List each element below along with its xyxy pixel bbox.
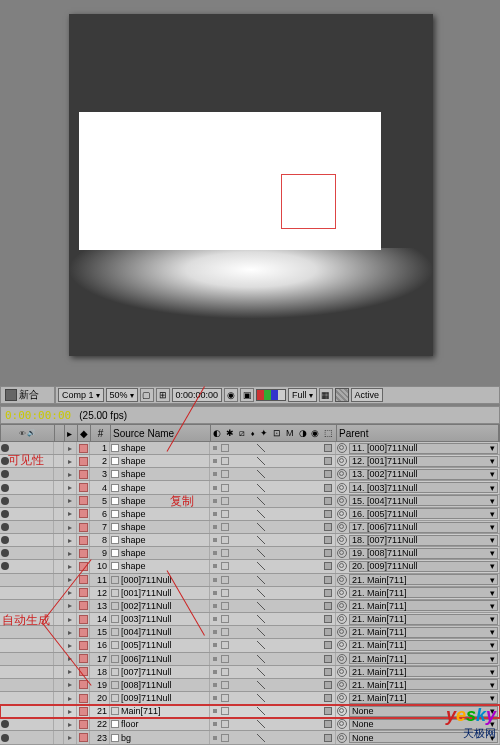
switches-cell[interactable] [210,666,336,678]
layer-name-cell[interactable]: shape [110,495,210,507]
switches-cell[interactable] [210,508,336,520]
collapse-switch[interactable] [221,602,229,610]
label-cell[interactable] [77,547,90,559]
label-cell[interactable] [77,481,90,493]
pickwhip-icon[interactable] [337,548,347,558]
parent-cell[interactable]: 14. [003]711Null▾ [336,481,500,493]
quality-switch[interactable] [257,668,265,676]
collapse-switch[interactable] [221,497,229,505]
label-cell[interactable] [77,442,90,454]
parent-cell[interactable]: 13. [002]711Null▾ [336,468,500,480]
label-cell[interactable] [77,508,90,520]
twirl-cell[interactable]: ▸ [64,508,77,520]
label-cell[interactable] [77,521,90,533]
switches-cell[interactable] [210,692,336,704]
parent-cell[interactable]: 17. [006]711Null▾ [336,521,500,533]
eye-icon[interactable] [1,484,9,492]
collapse-switch[interactable] [221,484,229,492]
pickwhip-icon[interactable] [337,483,347,493]
3d-switch[interactable] [324,523,332,531]
3d-switch[interactable] [324,602,332,610]
3d-switch[interactable] [324,681,332,689]
eye-icon[interactable] [1,510,9,518]
3d-switch[interactable] [324,497,332,505]
collapse-switch[interactable] [221,668,229,676]
switches-cell[interactable] [210,442,336,454]
parent-cell[interactable]: 21. Main[711]▾ [336,587,500,599]
layer-name-cell[interactable]: shape [110,481,210,493]
av-cell[interactable] [0,600,54,612]
switches-cell[interactable] [210,639,336,651]
lock-cell[interactable] [54,442,64,454]
eye-icon[interactable] [1,523,9,531]
lock-cell[interactable] [54,692,64,704]
twirl-cell[interactable]: ▸ [64,626,77,638]
switches-cell[interactable] [210,600,336,612]
layer-row[interactable]: ▸6shape16. [005]711Null▾ [0,508,500,521]
av-cell[interactable] [0,718,54,730]
eye-icon[interactable] [1,734,9,742]
quality-switch[interactable] [257,707,265,715]
zoom-dropdown[interactable]: 50%▾ [106,388,138,402]
pickwhip-icon[interactable] [337,601,347,611]
label-cell[interactable] [77,534,90,546]
parent-cell[interactable]: 20. [009]711Null▾ [336,560,500,572]
layer-row[interactable]: ▸14[003]711Null21. Main[711]▾ [0,613,500,626]
lock-cell[interactable] [54,508,64,520]
label-cell[interactable] [77,613,90,625]
parent-cell[interactable]: 21. Main[711]▾ [336,626,500,638]
av-cell[interactable] [0,521,54,533]
eye-icon[interactable] [1,497,9,505]
layer-row[interactable]: ▸22floorNone▾ [0,718,500,731]
layer-row[interactable]: ▸2shape12. [001]711Null▾ [0,455,500,468]
layer-row[interactable]: ▸16[005]711Null21. Main[711]▾ [0,639,500,652]
pickwhip-icon[interactable] [337,443,347,453]
camera-dropdown[interactable]: Active [351,388,384,402]
twirl-cell[interactable]: ▸ [64,692,77,704]
comp-dropdown[interactable]: Comp 1▾ [58,388,104,402]
parent-cell[interactable]: 12. [001]711Null▾ [336,455,500,467]
parent-dropdown[interactable]: 21. Main[711]▾ [349,693,498,704]
layer-row[interactable]: ▸3shape13. [002]711Null▾ [0,468,500,481]
av-cell[interactable] [0,679,54,691]
pickwhip-icon[interactable] [337,706,347,716]
collapse-switch[interactable] [221,720,229,728]
switches-cell[interactable] [210,718,336,730]
parent-dropdown[interactable]: 18. [007]711Null▾ [349,535,498,546]
lock-cell[interactable] [54,547,64,559]
parent-cell[interactable]: 21. Main[711]▾ [336,574,500,586]
switches-cell[interactable] [210,626,336,638]
pickwhip-icon[interactable] [337,456,347,466]
parent-dropdown[interactable]: 21. Main[711]▾ [349,640,498,651]
av-cell[interactable] [0,455,54,467]
switches-cell[interactable] [210,547,336,559]
lock-cell[interactable] [54,455,64,467]
layer-row[interactable]: ▸7shape17. [006]711Null▾ [0,521,500,534]
twirl-cell[interactable]: ▸ [64,495,77,507]
layer-name-cell[interactable]: floor [110,718,210,730]
pickwhip-icon[interactable] [337,680,347,690]
3d-switch[interactable] [324,734,332,742]
collapse-switch[interactable] [221,523,229,531]
shy-switch[interactable] [211,668,219,676]
shy-switch[interactable] [211,470,219,478]
shy-switch[interactable] [211,655,219,663]
twirl-cell[interactable]: ▸ [64,639,77,651]
parent-cell[interactable]: 16. [005]711Null▾ [336,508,500,520]
quality-switch[interactable] [257,497,265,505]
3d-switch[interactable] [324,484,332,492]
eye-icon[interactable] [1,457,9,465]
twirl-cell[interactable]: ▸ [64,442,77,454]
3d-switch[interactable] [324,615,332,623]
switches-cell[interactable] [210,481,336,493]
parent-dropdown[interactable]: 21. Main[711]▾ [349,627,498,638]
layer-name-cell[interactable]: shape [110,560,210,572]
quality-switch[interactable] [257,681,265,689]
parent-dropdown[interactable]: 14. [003]711Null▾ [349,482,498,493]
label-cell[interactable] [77,495,90,507]
label-cell[interactable] [77,639,90,651]
label-cell[interactable] [77,705,90,717]
layer-name-cell[interactable]: bg [110,731,210,743]
switches-cell[interactable] [210,731,336,743]
layer-row[interactable]: ▸18[007]711Null21. Main[711]▾ [0,666,500,679]
